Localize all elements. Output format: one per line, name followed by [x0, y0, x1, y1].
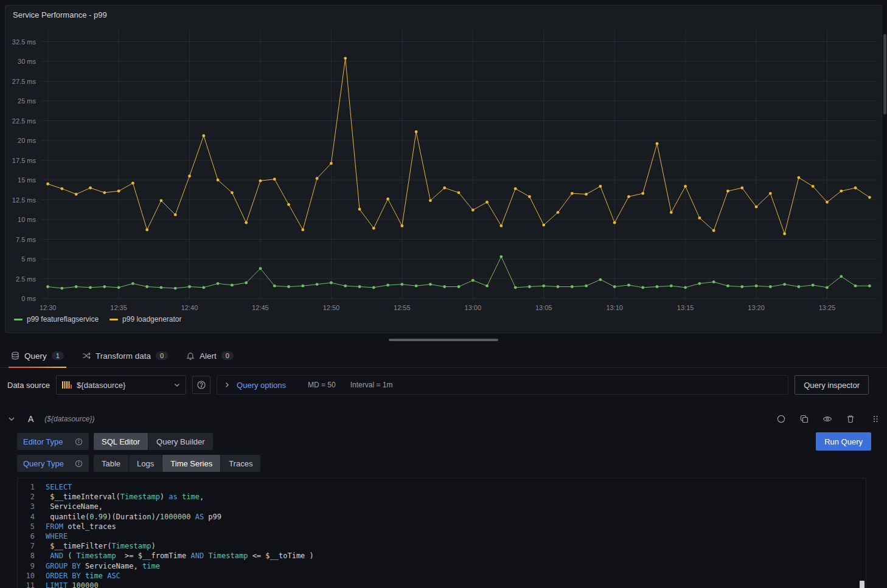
editor-type-option-query-builder[interactable]: Query Builder — [148, 433, 212, 450]
query-options-link[interactable]: Query options — [237, 381, 286, 390]
editor-cursor-marker — [860, 581, 864, 588]
chevron-right-icon — [223, 381, 231, 389]
series-p99-loadgenerator — [46, 57, 871, 235]
code-line[interactable]: ORDER BY time ASC — [46, 571, 866, 581]
code-line[interactable]: $__timeInterval(Timestamp) as time, — [46, 492, 866, 502]
line-number: 3 — [18, 502, 44, 511]
query-type-row: Query Type TableLogsTime SeriesTraces — [17, 455, 882, 472]
horizontal-scrollbar-thumb[interactable] — [389, 339, 498, 341]
query-editor-row-a: A (${datasource}) — [5, 410, 882, 588]
legend-label: p99 featureflagservice — [27, 315, 99, 323]
chevron-down-icon — [173, 381, 181, 389]
line-number: 4 — [18, 512, 44, 522]
svg-text:12:45: 12:45 — [252, 304, 269, 311]
code-line[interactable]: LIMIT 100000 — [46, 581, 866, 588]
code-line[interactable]: FROM otel_traces — [46, 522, 866, 531]
svg-text:20 ms: 20 ms — [18, 137, 36, 144]
svg-text:12:50: 12:50 — [323, 304, 340, 311]
timeseries-panel: Service Performance - p99 0 ms2.5 ms5 ms… — [5, 5, 882, 333]
query-type-option-time-series[interactable]: Time Series — [162, 455, 220, 472]
svg-text:13:25: 13:25 — [819, 304, 836, 311]
duplicate-query-icon[interactable] — [799, 414, 809, 424]
svg-text:12:30: 12:30 — [40, 304, 57, 311]
timeseries-chart[interactable]: 0 ms2.5 ms5 ms7.5 ms10 ms12.5 ms15 ms17.… — [5, 24, 882, 312]
line-number: 8 — [18, 551, 44, 561]
legend-item[interactable]: p99 loadgenerator — [110, 315, 181, 323]
query-options-collapsed[interactable]: Query options MD = 50 Interval = 1m — [217, 375, 788, 395]
trash-icon[interactable] — [846, 414, 855, 424]
run-query-button[interactable]: Run Query — [816, 432, 871, 451]
svg-text:13:00: 13:00 — [465, 304, 482, 311]
editor-type-label: Editor Type — [23, 437, 63, 446]
vertical-scrollbar-thumb[interactable] — [883, 34, 886, 114]
query-datasource-hint: (${datasource}) — [44, 415, 94, 423]
query-editor-body: Editor Type SQL EditorQuery Builder Run … — [17, 427, 882, 588]
code-line[interactable]: ServiceName, — [46, 502, 866, 511]
line-number: 5 — [18, 522, 44, 531]
query-type-option-logs[interactable]: Logs — [128, 455, 162, 472]
database-icon — [11, 351, 19, 360]
grafana-panel-editor: Service Performance - p99 0 ms2.5 ms5 ms… — [0, 0, 887, 588]
line-number: 9 — [18, 561, 44, 571]
code-line[interactable]: SELECT — [46, 482, 866, 492]
query-row-header[interactable]: A (${datasource}) — [5, 410, 882, 427]
code-line[interactable]: $__timeFilter(Timestamp) — [46, 541, 866, 551]
svg-text:12:55: 12:55 — [394, 304, 411, 311]
query-options-md: MD = 50 — [308, 381, 336, 389]
query-inspector-button[interactable]: Query inspector — [795, 375, 869, 395]
line-number: 2 — [18, 492, 44, 502]
line-number: 7 — [18, 541, 44, 551]
tab-transform-data[interactable]: Transform data 0 — [76, 344, 174, 367]
tab-label: Query — [24, 351, 47, 361]
info-circle-icon[interactable] — [75, 460, 83, 468]
code-line[interactable]: GROUP BY ServiceName, time — [46, 561, 866, 571]
code-line[interactable]: quantile(0.99)(Duration)/1000000 AS p99 — [46, 512, 866, 522]
datasource-help-button[interactable] — [192, 376, 210, 394]
query-type-option-table[interactable]: Table — [94, 455, 128, 472]
y-axis-labels: 0 ms2.5 ms5 ms7.5 ms10 ms12.5 ms15 ms17.… — [12, 38, 37, 303]
editor-type-chip: Editor Type — [17, 433, 89, 450]
line-number-gutter: 1234567891011 — [18, 479, 44, 588]
tab-label: Alert — [200, 351, 217, 361]
svg-text:32.5 ms: 32.5 ms — [12, 38, 37, 46]
svg-text:5 ms: 5 ms — [21, 255, 36, 263]
svg-text:13:05: 13:05 — [535, 304, 552, 311]
chart-grid — [41, 30, 877, 299]
horizontal-scrollbar[interactable] — [0, 338, 887, 342]
query-options-interval: Interval = 1m — [350, 381, 393, 389]
line-number: 10 — [18, 571, 44, 581]
shuffle-icon — [82, 351, 91, 360]
eye-icon[interactable] — [823, 414, 832, 424]
series-p99-featureflagservice — [46, 255, 871, 290]
tab-query[interactable]: Query 1 — [5, 344, 70, 367]
panel-header[interactable]: Service Performance - p99 — [5, 5, 882, 24]
code-line[interactable]: AND ( Timestamp >= $__fromTime AND Times… — [46, 551, 866, 561]
line-number: 11 — [18, 581, 44, 588]
datasource-label: Data source — [5, 381, 50, 390]
svg-text:12.5 ms: 12.5 ms — [12, 196, 37, 204]
code-line[interactable]: WHERE — [46, 531, 866, 541]
info-circle-icon[interactable] — [75, 438, 83, 446]
drag-handle-icon[interactable] — [871, 414, 880, 424]
editor-tabs: Query 1 Transform data 0 Alert 0 — [0, 344, 887, 368]
datasource-picker[interactable]: ${datasource} — [56, 375, 186, 395]
tab-badge: 0 — [221, 351, 234, 360]
sql-code-editor[interactable]: 1234567891011 SELECT $__timeInterval(Tim… — [17, 478, 866, 588]
collapse-chevron-down-icon[interactable] — [7, 415, 16, 423]
editor-type-option-sql-editor[interactable]: SQL Editor — [94, 433, 148, 450]
svg-text:0 ms: 0 ms — [21, 295, 36, 302]
svg-text:27.5 ms: 27.5 ms — [12, 78, 37, 85]
editor-type-radio-group: SQL EditorQuery Builder — [94, 433, 213, 450]
legend-item[interactable]: p99 featureflagservice — [14, 315, 99, 323]
svg-text:10 ms: 10 ms — [18, 216, 36, 223]
panel-title: Service Performance - p99 — [13, 10, 107, 19]
query-type-label: Query Type — [23, 459, 64, 468]
sql-code-lines[interactable]: SELECT $__timeInterval(Timestamp) as tim… — [44, 479, 866, 588]
tab-badge: 1 — [52, 351, 64, 360]
disable-query-icon[interactable] — [776, 414, 786, 424]
tab-alert[interactable]: Alert 0 — [180, 344, 240, 367]
svg-text:30 ms: 30 ms — [18, 58, 36, 65]
editor-type-row: Editor Type SQL EditorQuery Builder Run … — [17, 432, 882, 451]
query-type-option-traces[interactable]: Traces — [220, 455, 260, 472]
line-number: 1 — [18, 482, 44, 492]
